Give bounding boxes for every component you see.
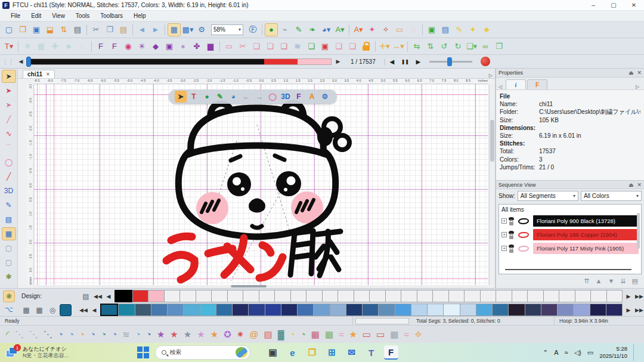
tab-scroll-icon[interactable]: ▷ <box>489 73 493 78</box>
thread-color-swatch[interactable] <box>281 304 297 316</box>
design-color-swatch[interactable] <box>606 290 623 302</box>
space-evenly-icon[interactable]: ↔▾ <box>392 40 405 53</box>
start-button[interactable] <box>137 346 149 358</box>
note-edit-icon[interactable]: ✎ <box>453 23 466 36</box>
bezier-icon[interactable]: ⌒ <box>2 141 16 154</box>
thread-color-swatch[interactable] <box>590 304 606 316</box>
tray-chevron-icon[interactable]: ⌃ <box>543 349 548 357</box>
separator[interactable] <box>91 41 92 52</box>
folder-dark-icon[interactable]: ▣ <box>266 345 280 360</box>
thread-color-swatch[interactable] <box>346 304 362 316</box>
show-desktop-button[interactable] <box>633 344 636 361</box>
thread-color-swatch[interactable] <box>216 304 232 316</box>
motif-fill-icon[interactable]: ❃ <box>3 290 15 302</box>
design-color-swatch[interactable] <box>417 290 433 302</box>
thread-color-swatch[interactable] <box>492 304 508 316</box>
segments-filter-select[interactable]: All Segments ▾ <box>518 191 578 201</box>
font-f1-icon[interactable]: F <box>94 40 107 53</box>
star-burst-icon[interactable]: ✳ <box>135 40 148 53</box>
design-color-swatch[interactable] <box>369 290 385 302</box>
pie-icon[interactable]: ◕▾ <box>320 23 333 36</box>
redo-icon[interactable]: ► <box>149 23 162 36</box>
lock-icon[interactable] <box>360 40 373 53</box>
thread-color-swatch[interactable] <box>378 304 394 316</box>
design-color-swatch[interactable] <box>259 290 275 302</box>
design-color-swatch[interactable] <box>243 290 259 302</box>
pin-icon[interactable]: ⏏ <box>628 70 634 76</box>
spray-icon[interactable]: ≋ <box>291 40 304 53</box>
menu-item[interactable]: Help <box>129 12 151 20</box>
tree-faded-icon[interactable]: ♣ <box>62 40 75 53</box>
attach-icon[interactable]: ∞ <box>479 40 492 53</box>
design-color-swatch[interactable] <box>480 290 496 302</box>
menu-item[interactable]: File <box>6 12 25 20</box>
thread-color-swatch[interactable] <box>443 304 459 316</box>
sim-step-fwd-icon[interactable]: ▶ <box>334 58 342 64</box>
thread-color-swatch[interactable] <box>606 304 623 316</box>
thread-color-swatch[interactable] <box>183 304 199 316</box>
lock-icon[interactable] <box>509 236 513 239</box>
thread-color-swatch[interactable] <box>362 304 378 316</box>
design-color-swatch[interactable] <box>543 290 559 302</box>
expand-icon[interactable]: + <box>501 246 507 251</box>
sim-prev-button[interactable]: ◀ <box>385 57 398 66</box>
snowflake-icon[interactable]: ❄ <box>21 40 34 53</box>
thread-color-swatch[interactable] <box>557 304 573 316</box>
sequence-vscroll[interactable] <box>637 213 640 249</box>
motif-pattern-icon[interactable]: ❖ <box>414 329 422 340</box>
thread-color-swatch[interactable] <box>395 304 411 316</box>
zoom-tool-icon[interactable]: ◯ <box>2 156 16 169</box>
separator[interactable] <box>407 41 408 52</box>
thread-color-swatch[interactable] <box>508 304 524 316</box>
motif-pattern-icon[interactable]: ★ <box>349 329 357 340</box>
motif-pattern-icon[interactable]: ◔ <box>135 329 141 339</box>
motif-pattern-icon[interactable]: ✷ <box>237 329 244 340</box>
motif-pattern-icon[interactable]: ▭ <box>363 329 371 340</box>
thread-color-swatch[interactable] <box>135 304 151 316</box>
thread-color-swatch[interactable] <box>427 304 443 316</box>
image-tool-icon[interactable]: ▤ <box>439 23 452 36</box>
share-network-icon[interactable]: ⌥ <box>3 304 15 315</box>
pill-text-icon[interactable]: T <box>188 91 200 103</box>
move-to-top-icon[interactable]: ⇈ <box>584 277 589 285</box>
thread-color-swatch[interactable] <box>151 304 167 316</box>
motif-pattern-icon[interactable]: ◔ <box>90 329 95 339</box>
motif-pattern-icon[interactable]: ★ <box>184 329 191 340</box>
thread-label[interactable]: Floriani Poly 117 Misty Pink (1905) <box>533 243 639 254</box>
design-color-swatch[interactable] <box>338 290 354 302</box>
thread-color-swatch[interactable] <box>232 304 248 316</box>
menu-item[interactable]: Toolbars <box>95 12 128 20</box>
image-icon[interactable]: ▤ <box>2 213 16 226</box>
thread-color-swatch[interactable] <box>541 304 557 316</box>
select-tool-icon[interactable]: ➤ <box>2 70 16 83</box>
search-highlight-image[interactable] <box>236 347 247 358</box>
thread-color-swatch[interactable] <box>460 304 476 316</box>
design-color-swatch[interactable] <box>322 290 338 302</box>
design-color-swatch[interactable] <box>464 290 480 302</box>
thread-color-swatch[interactable] <box>330 304 346 316</box>
palette-order-icon[interactable]: ▤ <box>80 290 92 302</box>
thread-chart-icon[interactable]: ▦ <box>20 304 32 316</box>
motif-pattern-icon[interactable]: ≋ <box>122 329 130 340</box>
clover-yellow-icon[interactable]: ♣ <box>480 23 493 36</box>
motif-pattern-icon[interactable]: ◔ <box>58 329 63 339</box>
separator[interactable] <box>422 24 423 35</box>
applique-frame-icon[interactable]: ▭ <box>393 23 406 36</box>
crop-icon[interactable]: ✂ <box>236 40 249 53</box>
ime-icon[interactable]: A <box>554 349 558 357</box>
node-edit-icon[interactable]: ➤ <box>2 98 16 112</box>
pill-3d-icon[interactable]: 3D <box>280 91 292 103</box>
separator[interactable] <box>349 24 349 35</box>
motif-pattern-icon[interactable]: ▓ <box>278 329 284 339</box>
close-icon[interactable]: ✕ <box>637 182 642 188</box>
menu-item[interactable]: View <box>47 12 70 20</box>
grid-toggle-icon[interactable]: ▦ <box>2 227 16 240</box>
separator[interactable] <box>86 24 87 35</box>
sequence-item[interactable]: + Floriani Poly 117 Misty Pink (1905) <box>501 243 639 254</box>
chart-icon[interactable]: ▆ <box>204 40 217 53</box>
flip-h-icon[interactable]: ⇆ <box>410 40 423 53</box>
realistic-view-icon[interactable]: ▩▾ <box>181 23 194 36</box>
color-wheel-icon[interactable]: ◉ <box>122 40 135 53</box>
thread-label[interactable]: Floriani Poly 900 Black (13728) <box>533 215 639 227</box>
frame-pink-icon[interactable]: ▭ <box>222 40 236 53</box>
